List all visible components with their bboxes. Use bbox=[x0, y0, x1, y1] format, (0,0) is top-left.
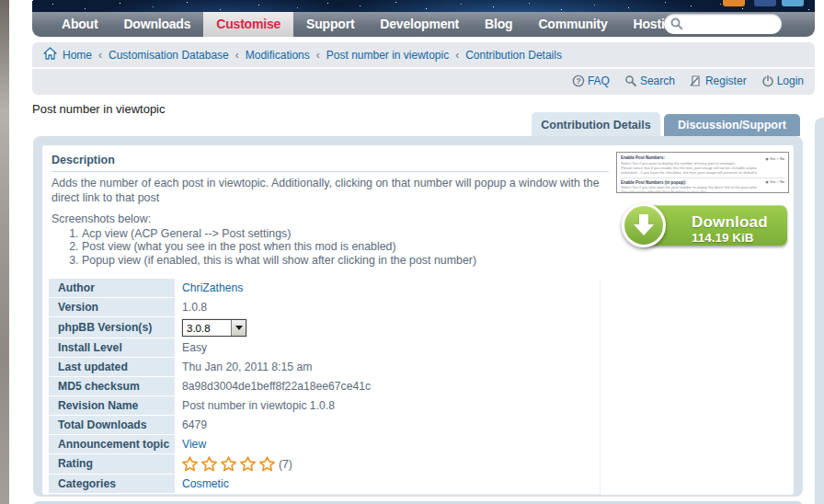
main-nav: About Downloads Customise Support Develo… bbox=[32, 12, 815, 37]
chevron-down-icon bbox=[235, 326, 243, 330]
star-icon bbox=[240, 456, 256, 472]
page-title: Post number in viewtopic bbox=[32, 102, 166, 116]
search-link[interactable]: Search bbox=[624, 74, 675, 87]
table-row-rating: Rating (7) bbox=[49, 454, 600, 474]
stars-decoration bbox=[32, 0, 33, 1]
breadcrumb-separator: ‹ bbox=[455, 49, 459, 62]
table-row-version: Version 1.0.8 bbox=[49, 298, 600, 316]
user-links: ? FAQ Search Register Login bbox=[32, 69, 815, 93]
breadcrumb-link-contribution-details[interactable]: Contribution Details bbox=[465, 49, 562, 62]
phpbb-version-select[interactable]: 3.0.8 bbox=[182, 319, 246, 337]
thumbnail-radio-options: ◉ Yes ○ No bbox=[765, 156, 784, 161]
table-row-phpbb-version: phpBB Version(s) 3.0.8 bbox=[49, 317, 600, 338]
breadcrumb-separator: ‹ bbox=[235, 49, 239, 62]
nav-item-support[interactable]: Support bbox=[293, 12, 367, 37]
tab-contribution-details[interactable]: Contribution Details bbox=[532, 112, 660, 136]
contribution-content: Description Adds the number of each post… bbox=[42, 145, 794, 495]
page: About Downloads Customise Support Develo… bbox=[0, 0, 824, 504]
facebook-icon[interactable] bbox=[754, 0, 776, 6]
login-link[interactable]: Login bbox=[761, 74, 804, 87]
rss-icon[interactable] bbox=[723, 0, 745, 6]
screenshots-list-item: Popup view (if enabled, this is what wil… bbox=[82, 254, 624, 267]
question-icon: ? bbox=[572, 74, 585, 87]
category-cosmetic-link[interactable]: Cosmetic bbox=[182, 475, 229, 493]
screenshots-list-item: Acp view (ACP General --> Post settings) bbox=[82, 227, 624, 240]
table-row-categories: Categories Cosmetic bbox=[49, 475, 600, 493]
nav-item-downloads[interactable]: Downloads bbox=[110, 12, 203, 37]
select-dropdown-button[interactable] bbox=[231, 320, 246, 336]
nav-item-community[interactable]: Community bbox=[525, 12, 620, 37]
tab-discussion-support[interactable]: Discussion/Support bbox=[664, 114, 800, 136]
search-icon bbox=[670, 17, 683, 34]
announcement-view-link[interactable]: View bbox=[182, 435, 206, 453]
download-label: Download bbox=[692, 213, 768, 232]
thumbnail-section: Enable Post Numbers: Select Yes if you w… bbox=[621, 155, 784, 175]
screenshot-thumbnail[interactable]: Enable Post Numbers: Select Yes if you w… bbox=[616, 152, 789, 193]
download-button[interactable]: Download 114.19 KiB bbox=[622, 202, 789, 248]
header-banner bbox=[32, 0, 815, 12]
breadcrumb: Home ‹ Customisation Database ‹ Modifica… bbox=[32, 42, 815, 69]
breadcrumb-bar: Home ‹ Customisation Database ‹ Modifica… bbox=[32, 42, 815, 95]
author-link[interactable]: ChriZathens bbox=[182, 279, 243, 297]
description-heading: Description bbox=[52, 154, 115, 166]
window-edge-strip bbox=[0, 0, 9, 504]
table-row-announcement-topic: Announcement topic View bbox=[49, 435, 600, 453]
details-table: Author ChriZathens Version 1.0.8 phpBB V… bbox=[49, 279, 601, 495]
breadcrumb-separator: ‹ bbox=[316, 49, 320, 62]
svg-text:?: ? bbox=[576, 76, 580, 86]
adjacent-panel-edge bbox=[815, 118, 824, 504]
download-size: 114.19 KiB bbox=[692, 231, 754, 245]
table-row-install-level: Install Level Easy bbox=[49, 338, 600, 357]
power-icon bbox=[761, 74, 774, 87]
faq-link[interactable]: ? FAQ bbox=[572, 74, 610, 87]
nav-item-customise[interactable]: Customise bbox=[203, 12, 293, 37]
download-arrow-icon bbox=[622, 203, 666, 247]
rating-count: (7) bbox=[279, 455, 292, 474]
breadcrumb-separator: ‹ bbox=[98, 49, 102, 62]
twitter-icon[interactable] bbox=[782, 0, 804, 6]
thumbnail-radio-options: ◉ Yes ○ No bbox=[765, 179, 784, 184]
star-icon bbox=[259, 456, 275, 472]
breadcrumb-link-customisation-database[interactable]: Customisation Database bbox=[109, 49, 229, 62]
register-icon bbox=[690, 74, 703, 87]
site-search-input[interactable] bbox=[688, 15, 776, 33]
table-row-last-updated: Last updated Thu Jan 20, 2011 8:15 am bbox=[49, 358, 600, 376]
site-search-box[interactable] bbox=[664, 14, 782, 34]
star-icon bbox=[221, 456, 236, 472]
table-row-revision-name: Revision Name Post number in viewtopic 1… bbox=[49, 396, 600, 415]
screenshots-list: Acp view (ACP General --> Post settings)… bbox=[82, 227, 624, 267]
rating-stars bbox=[182, 456, 275, 472]
search-icon bbox=[624, 74, 637, 87]
star-icon bbox=[182, 456, 198, 472]
nav-item-blog[interactable]: Blog bbox=[472, 12, 525, 37]
table-row-author: Author ChriZathens bbox=[49, 279, 600, 297]
table-row-md5: MD5 checksum 8a98d3004de1beff8f22a18ee67… bbox=[49, 377, 600, 395]
table-row-total-downloads: Total Downloads 6479 bbox=[49, 416, 600, 434]
breadcrumb-home-link[interactable]: Home bbox=[63, 49, 92, 62]
star-icon bbox=[201, 456, 217, 472]
nav-item-about[interactable]: About bbox=[49, 12, 110, 37]
description-text: Adds the number of each post in viewtopi… bbox=[52, 176, 601, 205]
thumbnail-section: Enable Post Numbers (in popup): Select Y… bbox=[621, 178, 784, 194]
description-divider bbox=[52, 171, 609, 172]
contribution-panel: Description Adds the number of each post… bbox=[33, 136, 803, 497]
breadcrumb-link-modifications[interactable]: Modifications bbox=[246, 49, 310, 62]
home-icon bbox=[43, 47, 57, 63]
register-link[interactable]: Register bbox=[690, 74, 747, 87]
screenshots-list-item: Post view (what you see in the post when… bbox=[82, 240, 624, 253]
nav-item-development[interactable]: Development bbox=[367, 12, 472, 37]
breadcrumb-link-post-number-in-viewtopic[interactable]: Post number in viewtopic bbox=[326, 49, 449, 62]
screenshots-intro: Screenshots below: bbox=[52, 212, 151, 225]
